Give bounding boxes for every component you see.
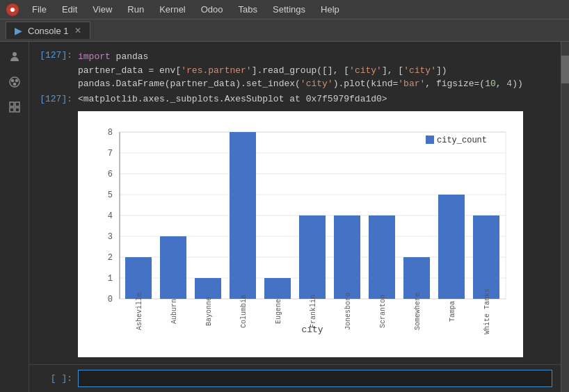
svg-text:1: 1 bbox=[108, 274, 113, 284]
chart-container: 0 1 2 3 4 5 bbox=[78, 111, 523, 357]
svg-text:Auburn: Auburn bbox=[170, 298, 178, 323]
bar-columbia bbox=[230, 132, 256, 299]
menu-odoo[interactable]: Odoo bbox=[194, 3, 230, 16]
bar-auburn bbox=[160, 236, 186, 299]
legend-color bbox=[426, 136, 434, 144]
bar-jonesboro bbox=[334, 215, 360, 299]
output-matplotlib-text: <matplotlib.axes._subplots.AxesSubplot a… bbox=[78, 94, 387, 104]
svg-text:Bayonne: Bayonne bbox=[205, 296, 213, 325]
svg-text:Tampa: Tampa bbox=[449, 300, 456, 321]
bar-franklin bbox=[299, 215, 326, 299]
bar-eugene bbox=[264, 278, 291, 299]
svg-text:Jonesboro: Jonesboro bbox=[344, 292, 352, 329]
tab-icon: ▶ bbox=[15, 25, 22, 36]
cell-127-output: [127]: <matplotlib.axes._subplots.AxesSu… bbox=[29, 92, 561, 106]
notebook[interactable]: [127]: import pandas partner_data = env[… bbox=[29, 42, 561, 392]
x-axis-label: city bbox=[301, 325, 323, 335]
menu-file[interactable]: File bbox=[25, 3, 54, 16]
svg-text:5: 5 bbox=[108, 190, 113, 200]
cell-127-output-text: <matplotlib.axes._subplots.AxesSubplot a… bbox=[78, 94, 561, 104]
bar-chart: 0 1 2 3 4 5 bbox=[85, 118, 516, 341]
app-icon bbox=[6, 3, 19, 17]
sidebar bbox=[0, 42, 29, 392]
tabbar: ▶ Console 1 ✕ bbox=[0, 19, 569, 42]
main-area: [127]: import pandas partner_data = env[… bbox=[0, 42, 569, 392]
scroll-thumb[interactable] bbox=[561, 56, 569, 83]
svg-text:White Tanks: White Tanks bbox=[483, 288, 491, 334]
menu-edit[interactable]: Edit bbox=[55, 3, 84, 16]
tab-close-button[interactable]: ✕ bbox=[74, 26, 81, 35]
svg-point-6 bbox=[13, 83, 15, 85]
svg-point-4 bbox=[11, 80, 13, 82]
cell-127-prompt: [127]: bbox=[29, 50, 78, 91]
cell-127-input: [127]: import pandas partner_data = env[… bbox=[29, 49, 561, 92]
bar-tampa bbox=[438, 195, 465, 299]
code-line-3: pandas.DataFrame(partner_data).set_index… bbox=[78, 77, 552, 91]
sidebar-icon-grid[interactable] bbox=[6, 99, 23, 115]
svg-point-5 bbox=[15, 80, 17, 82]
svg-rect-9 bbox=[10, 108, 14, 112]
svg-text:Columbia: Columbia bbox=[240, 294, 248, 327]
svg-rect-10 bbox=[15, 108, 19, 112]
svg-text:Eugene: Eugene bbox=[275, 298, 282, 323]
sidebar-icon-palette[interactable] bbox=[6, 74, 23, 90]
sidebar-icon-person[interactable] bbox=[6, 49, 23, 65]
svg-text:Franklin: Franklin bbox=[310, 294, 317, 327]
svg-text:2: 2 bbox=[108, 253, 113, 263]
svg-text:Scranton: Scranton bbox=[379, 294, 387, 327]
svg-text:3: 3 bbox=[108, 232, 113, 242]
menu-kernel[interactable]: Kernel bbox=[152, 3, 193, 16]
menu-view[interactable]: View bbox=[86, 3, 119, 16]
input-prompt: [ ]: bbox=[29, 373, 78, 384]
bar-bayonne bbox=[195, 278, 221, 299]
svg-text:4: 4 bbox=[108, 211, 113, 221]
legend-label: city_count bbox=[437, 136, 487, 145]
svg-text:Asheville: Asheville bbox=[136, 292, 143, 329]
svg-text:Somewhere: Somewhere bbox=[414, 292, 422, 329]
code-line-2: partner_data = env['res.partner'].read_g… bbox=[78, 64, 552, 78]
svg-text:6: 6 bbox=[108, 170, 113, 179]
cell-127-output-prompt: [127]: bbox=[29, 94, 78, 104]
svg-rect-8 bbox=[15, 102, 19, 106]
svg-text:7: 7 bbox=[108, 149, 113, 158]
bar-scranton bbox=[369, 215, 395, 299]
svg-text:0: 0 bbox=[108, 295, 113, 304]
svg-point-1 bbox=[10, 8, 15, 12]
code-line-1: import pandas bbox=[78, 50, 552, 64]
cell-127-code: import pandas partner_data = env['res.pa… bbox=[78, 50, 561, 91]
code-input[interactable] bbox=[78, 370, 552, 387]
svg-rect-7 bbox=[10, 102, 14, 106]
menu-settings[interactable]: Settings bbox=[266, 3, 312, 16]
tab-console1[interactable]: ▶ Console 1 ✕ bbox=[6, 22, 90, 39]
svg-text:8: 8 bbox=[108, 128, 113, 138]
menu-run[interactable]: Run bbox=[120, 3, 151, 16]
menu-help[interactable]: Help bbox=[314, 3, 346, 16]
tab-label: Console 1 bbox=[28, 26, 69, 36]
input-cell: [ ]: bbox=[29, 364, 561, 392]
bar-whitetanks bbox=[473, 215, 499, 299]
menubar: File Edit View Run Kernel Odoo Tabs Sett… bbox=[0, 0, 569, 19]
svg-point-2 bbox=[13, 52, 17, 56]
menu-tabs[interactable]: Tabs bbox=[232, 3, 264, 16]
scroll-indicator[interactable] bbox=[561, 42, 569, 392]
